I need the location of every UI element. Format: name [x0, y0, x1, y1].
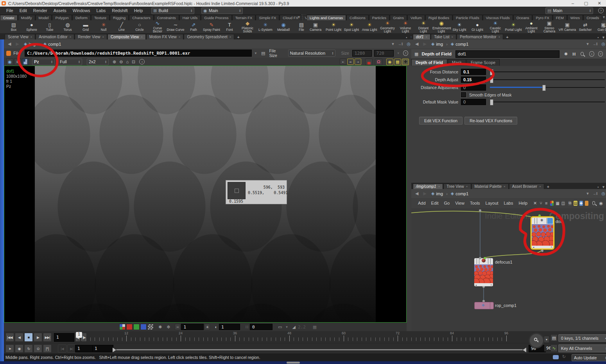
pane-menu-icon[interactable]: ▼ [602, 185, 605, 189]
slider-handle[interactable] [490, 99, 493, 105]
close-tab-icon[interactable]: × [30, 35, 32, 39]
tool-curve-bezier[interactable]: ∿Curve Bezier [149, 21, 167, 33]
tool-l-system[interactable]: ✳L-System [256, 22, 274, 32]
menu-render[interactable]: Render [30, 8, 50, 13]
asset-box-icon[interactable] [585, 201, 588, 206]
tool-font[interactable]: TFont [221, 22, 238, 32]
tool-spray-paint[interactable]: ✎Spray Paint [203, 22, 221, 32]
breadcrumb-comp1[interactable]: ◈comp1 [42, 41, 63, 46]
layers-icon[interactable]: ≡ [14, 58, 21, 65]
close-tab-icon[interactable]: × [438, 185, 440, 188]
view-mode-icon[interactable]: ◉ [6, 58, 13, 65]
goto-end-button[interactable]: ▶▶| [43, 333, 52, 342]
size-dropdown-icon[interactable]: ▼ [394, 52, 403, 55]
pane-tab-render-view[interactable]: Render View× [75, 34, 107, 39]
network-canvas[interactable]: Indie Edition Compositing ❋ ◂c [411, 208, 606, 331]
key-all-channels-selector[interactable]: Key All Channels▲▼ [558, 344, 606, 352]
keys-info-box[interactable]: 0 keys, 1/1 channels▲ [558, 334, 606, 342]
pane-tab-performance-monitor[interactable]: Performance Monitor× [457, 34, 503, 39]
shelf-tab-modify[interactable]: Modify [18, 15, 35, 20]
size-width-field[interactable]: 1280 [352, 50, 372, 57]
node-dof1-output[interactable] [541, 250, 543, 252]
main-desktop-selector[interactable]: ◉ Main▲▼ [201, 7, 243, 14]
gear-icon[interactable]: ✱ [564, 52, 568, 57]
viewer-info-icon[interactable]: i [139, 59, 145, 64]
tool-geometry-light[interactable]: ☀Geometry Light [378, 21, 396, 33]
audio-icon[interactable]: ◉ [15, 344, 23, 353]
brightness-field[interactable]: 1 [181, 324, 204, 330]
pane-tab-scene-view[interactable]: Scene View× [5, 34, 35, 39]
network-menu-tools[interactable]: Tools [467, 201, 483, 205]
radial-menu-selector[interactable]: ▤ Main▲▼ [545, 7, 593, 14]
network-menu-add[interactable]: Add [415, 201, 429, 205]
follow-playbar-icon[interactable]: ➤ [5, 344, 14, 353]
menu-redshift[interactable]: Redshift [109, 8, 131, 13]
file-help-icon[interactable]: ? [403, 50, 408, 56]
shelf-tab-lights-and-cameras[interactable]: Lights and Cameras [307, 15, 346, 20]
node-dof1-input[interactable] [538, 214, 541, 217]
close-tab-icon[interactable]: × [229, 35, 231, 39]
close-tab-icon[interactable]: × [141, 35, 143, 39]
nav-back-icon[interactable]: ◀ [6, 41, 13, 46]
offset-field[interactable]: 0 [250, 324, 273, 330]
slider-handle[interactable] [490, 69, 493, 75]
range-right-handle[interactable] [523, 348, 526, 352]
channel-list-icon[interactable]: ▤ [550, 334, 558, 341]
shelf-tab-constraints[interactable]: Constraints [154, 15, 179, 20]
tile-order-icon[interactable]: ◉ [386, 59, 393, 65]
histogram-icon[interactable]: ▟ [22, 58, 29, 65]
menu-assets[interactable]: Assets [50, 8, 70, 13]
rgb-channels-icon[interactable] [119, 324, 126, 330]
toggle-a-icon[interactable]: ▪▫ [340, 59, 346, 65]
node-name-field[interactable]: dof1 [455, 50, 559, 58]
menu-windows[interactable]: Windows [70, 8, 93, 13]
tile-grid-icon[interactable]: ▦ [313, 325, 317, 330]
network-menu-view[interactable]: View [452, 201, 467, 205]
pane-tab-dof1[interactable]: dof1× [413, 34, 430, 39]
close-tab-icon[interactable]: × [102, 35, 104, 39]
pane-tab-tree-view[interactable]: Tree View× [443, 184, 471, 189]
contrast-field[interactable]: 1 [219, 324, 240, 330]
path-dropdown-icon[interactable]: ▾ [586, 41, 589, 46]
desktop-selector[interactable]: ⊞ Build▲▼ [151, 7, 194, 14]
breadcrumb-comp1[interactable]: ◈comp1 [449, 191, 470, 196]
param-slider[interactable] [490, 77, 605, 82]
tool-vr-camera[interactable]: ▣VR Camera [558, 22, 576, 32]
tool-sky-light[interactable]: ☀Sky Light [450, 22, 468, 32]
breadcrumb-img[interactable]: ◈img [430, 191, 445, 196]
close-tab-icon[interactable]: × [452, 35, 454, 39]
close-tab-icon[interactable]: × [70, 35, 72, 39]
param-value-field[interactable]: 0.1 [461, 69, 486, 75]
message-bubble-icon[interactable] [553, 355, 559, 359]
pane-tab-composite-view[interactable]: Composite View× [108, 34, 146, 39]
shelf-tab-texture[interactable]: Texture [91, 15, 109, 20]
composite-viewport[interactable]: dof1 1080x1080 fr 1 Pz 0.1595 596, 593 0… [4, 66, 407, 323]
add-pane-tab[interactable]: + [504, 35, 511, 39]
minimize-button[interactable]: – [566, 1, 579, 6]
zoom-out-icon[interactable]: ⊖ [119, 59, 123, 64]
home-view-icon[interactable]: ⌂ [126, 59, 129, 64]
pane-maximize-icon[interactable]: ▪ [597, 36, 599, 39]
pin-icon[interactable]: →‖ [398, 42, 403, 46]
menu-help[interactable]: Help [131, 8, 146, 13]
shelf-tab-collisions[interactable]: Collisions [346, 15, 369, 20]
size-height-field[interactable]: 720 [374, 50, 394, 57]
param-value-field[interactable]: 0 [461, 99, 486, 105]
shelf-tab-deform[interactable]: Deform [72, 15, 91, 20]
smooth-edges-checkbox[interactable] [461, 92, 466, 97]
shelf-tab-terrain-fx[interactable]: Terrain FX [232, 15, 256, 20]
shelf-tab-viscous-fluids[interactable]: Viscous Fluids [483, 15, 513, 20]
nav-forward-icon[interactable]: ▶ [14, 41, 20, 46]
stop-button[interactable]: ■ [24, 333, 33, 342]
loop-mode-icon[interactable]: ↻ [24, 344, 33, 353]
brightness-minus-icon[interactable]: − [175, 324, 180, 330]
sticky-note-icon[interactable]: ▤ [574, 201, 577, 206]
node-defocus1-input1[interactable] [479, 257, 481, 259]
menu-edit[interactable]: Edit [16, 8, 30, 13]
pane-menu-icon[interactable]: ▼ [602, 36, 605, 39]
background-image-icon[interactable]: ✚ [579, 201, 583, 206]
pane-tab-geometry-spreadsheet[interactable]: Geometry Spreadsheet× [184, 34, 234, 39]
prev-key-button[interactable]: |◀ [58, 344, 66, 353]
tool-area-light[interactable]: ☀Area Light [360, 22, 378, 32]
pan-hand-icon[interactable]: ✱ [158, 325, 162, 330]
